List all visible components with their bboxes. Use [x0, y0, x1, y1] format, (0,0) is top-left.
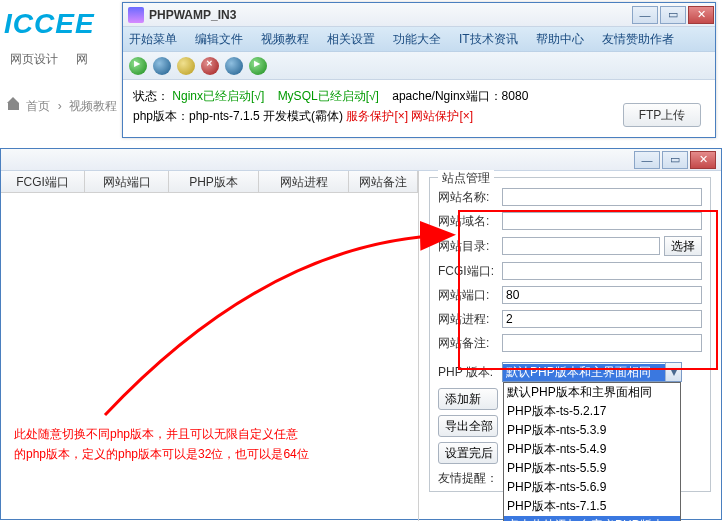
php-version-select[interactable]: 默认PHP版本和主界面相同 ▾ 默认PHP版本和主界面相同 PHP版本-ts-5…: [502, 362, 682, 382]
chevron-down-icon[interactable]: ▾: [665, 363, 681, 381]
tool-icon[interactable]: [177, 57, 195, 75]
nginx-status: Nginx已经启动[√]: [172, 89, 264, 103]
ftp-upload-button[interactable]: FTP上传: [623, 103, 701, 127]
site-domain-input[interactable]: [502, 212, 702, 230]
select-value: 默认PHP版本和主界面相同: [503, 364, 665, 381]
label-phpver: PHP 版本:: [438, 364, 502, 381]
maximize-button[interactable]: ▭: [662, 151, 688, 169]
window-title: PHPWAMP_IN3: [149, 8, 631, 22]
titlebar: PHPWAMP_IN3 — ▭ ✕: [123, 3, 715, 27]
col-fcgi[interactable]: FCGI端口: [1, 171, 85, 192]
export-button[interactable]: 导出全部: [438, 415, 498, 437]
menubar: 开始菜单 编辑文件 视频教程 相关设置 功能大全 IT技术资讯 帮助中心 友情赞…: [123, 27, 715, 52]
label-fcgi: FCGI端口:: [438, 263, 502, 280]
refresh-icon[interactable]: [249, 57, 267, 75]
bg-nav: 网页设计 网: [10, 50, 102, 68]
site-proc-input[interactable]: [502, 310, 702, 328]
site-list-panel: FCGI端口 网站端口 PHP版本 网站进程 网站备注: [1, 171, 419, 521]
dropdown-list: 默认PHP版本和主界面相同 PHP版本-ts-5.2.17 PHP版本-nts-…: [503, 382, 681, 521]
crumb-item[interactable]: 视频教程: [69, 99, 117, 113]
col-proc[interactable]: 网站进程: [259, 171, 349, 192]
site-form-panel: 站点管理 网站名称: 网站域名: 网站目录:选择 FCGI端口: 网站端口: 网…: [419, 171, 721, 521]
app-window: PHPWAMP_IN3 — ▭ ✕ 开始菜单 编辑文件 视频教程 相关设置 功能…: [122, 2, 716, 138]
browse-button[interactable]: 选择: [664, 236, 702, 256]
menu-start[interactable]: 开始菜单: [129, 31, 177, 48]
list-header: FCGI端口 网站端口 PHP版本 网站进程 网站备注: [1, 171, 418, 193]
home-icon: [8, 99, 19, 110]
dd-option[interactable]: PHP版本-nts-5.4.9: [504, 440, 680, 459]
site-logo: ICCEE: [4, 8, 95, 40]
crumb-sep: ›: [58, 99, 62, 113]
close-button[interactable]: ✕: [690, 151, 716, 169]
add-button[interactable]: 添加新: [438, 388, 498, 410]
label-proc: 网站进程:: [438, 311, 502, 328]
dd-option[interactable]: 默认PHP版本和主界面相同: [504, 383, 680, 402]
menu-settings[interactable]: 相关设置: [327, 31, 375, 48]
crumb-item[interactable]: 首页: [26, 99, 50, 113]
nav-item[interactable]: 网页设计: [10, 52, 58, 66]
menu-itnews[interactable]: IT技术资讯: [459, 31, 518, 48]
annotation-text: 此处随意切换不同php版本，并且可以无限自定义任意 的php版本，定义的php版…: [14, 424, 334, 464]
maximize-button[interactable]: ▭: [660, 6, 686, 24]
col-port[interactable]: 网站端口: [85, 171, 169, 192]
dd-option[interactable]: PHP版本-ts-5.2.17: [504, 402, 680, 421]
stop-icon[interactable]: [201, 57, 219, 75]
site-name-input[interactable]: [502, 188, 702, 206]
toolbar: [123, 52, 715, 80]
dd-option[interactable]: PHP版本-nts-5.3.9: [504, 421, 680, 440]
php-version-status: php版本：php-nts-7.1.5 开发模式(霸体): [133, 109, 346, 123]
dd-option[interactable]: PHP版本-nts-7.1.5: [504, 497, 680, 516]
label-domain: 网站域名:: [438, 213, 502, 230]
mysql-status: MySQL已经启动[√]: [278, 89, 379, 103]
play-icon[interactable]: [129, 57, 147, 75]
label-port: 网站端口:: [438, 287, 502, 304]
menu-help[interactable]: 帮助中心: [536, 31, 584, 48]
app-icon: [128, 7, 144, 23]
nav-item[interactable]: 网: [76, 52, 88, 66]
site-window: — ▭ ✕ FCGI端口 网站端口 PHP版本 网站进程 网站备注 站点管理 网…: [0, 148, 722, 520]
site-fieldset: 站点管理 网站名称: 网站域名: 网站目录:选择 FCGI端口: 网站端口: 网…: [429, 177, 711, 492]
label-remark: 网站备注:: [438, 335, 502, 352]
dd-option[interactable]: PHP版本-nts-5.5.9: [504, 459, 680, 478]
menu-video[interactable]: 视频教程: [261, 31, 309, 48]
minimize-button[interactable]: —: [632, 6, 658, 24]
site-titlebar: — ▭ ✕: [1, 149, 721, 171]
fcgi-port-input[interactable]: [502, 262, 702, 280]
col-remark[interactable]: 网站备注: [349, 171, 418, 192]
fieldset-legend: 站点管理: [438, 170, 494, 187]
breadcrumb: 首页 › 视频教程: [6, 98, 119, 115]
dd-option[interactable]: PHP版本-nts-5.6.9: [504, 478, 680, 497]
menu-edit[interactable]: 编辑文件: [195, 31, 243, 48]
site-remark-input[interactable]: [502, 334, 702, 352]
menu-functions[interactable]: 功能大全: [393, 31, 441, 48]
close-button[interactable]: ✕: [688, 6, 714, 24]
port-status: apache/Nginx端口：8080: [392, 89, 528, 103]
label-dir: 网站目录:: [438, 238, 502, 255]
status-label: 状态：: [133, 89, 169, 103]
protect-status: 服务保护[×] 网站保护[×]: [346, 109, 473, 123]
finish-button[interactable]: 设置完后: [438, 442, 498, 464]
tool-icon[interactable]: [153, 57, 171, 75]
site-dir-input[interactable]: [502, 237, 660, 255]
tool-icon[interactable]: [225, 57, 243, 75]
label-name: 网站名称:: [438, 189, 502, 206]
dd-option-add-custom[interactable]: 点击此处添加自定义PHP版本: [504, 516, 680, 521]
site-port-input[interactable]: [502, 286, 702, 304]
col-phpver[interactable]: PHP版本: [169, 171, 259, 192]
menu-donate[interactable]: 友情赞助作者: [602, 31, 674, 48]
minimize-button[interactable]: —: [634, 151, 660, 169]
